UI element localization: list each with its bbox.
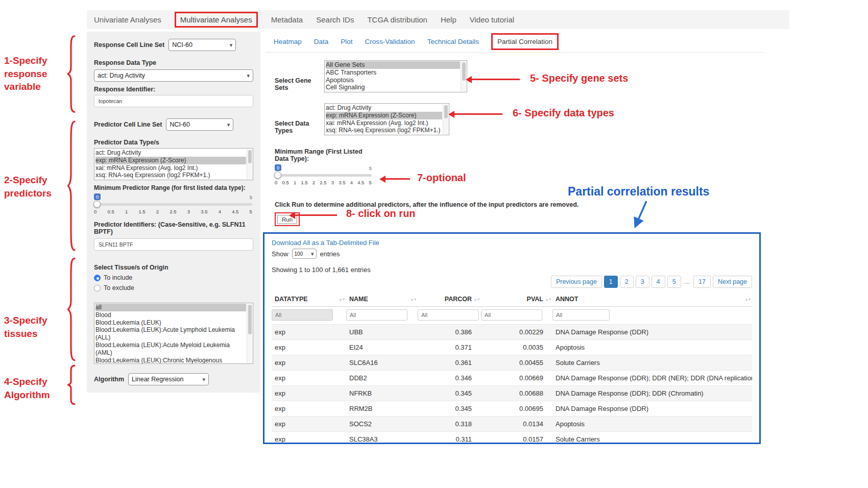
bracket-step3 — [64, 255, 77, 363]
radio-exclude-label: To exclude — [104, 284, 134, 291]
predictor-ids-label: Predictor Identifiers: (Case-Sensitive, … — [94, 221, 247, 235]
bracket-step4 — [64, 364, 77, 405]
sort-icon[interactable] — [410, 297, 417, 302]
sort-icon[interactable] — [744, 297, 751, 302]
response-set-value: NCI-60 — [172, 41, 192, 48]
page-button-3[interactable]: 3 — [636, 276, 649, 288]
list-option[interactable]: act: Drug Activity — [326, 104, 442, 112]
slider-handle[interactable] — [93, 201, 101, 208]
col-header-annot[interactable]: ANNOT — [552, 292, 752, 307]
slider-track[interactable] — [275, 174, 372, 177]
sort-icon[interactable] — [545, 297, 551, 302]
list-option[interactable]: Apoptosis — [326, 77, 460, 84]
predictor-types-label: Predictor Data Type/s — [94, 139, 253, 146]
radio-to-include[interactable]: To include — [94, 274, 253, 281]
run-instruction: Click Run to determine additional predic… — [275, 201, 775, 208]
response-identifier-input[interactable] — [94, 95, 253, 107]
tab-plot[interactable]: Plot — [341, 38, 352, 45]
list-option[interactable]: xai: mRNA Expression (Avg. log2 Int.) — [95, 164, 246, 172]
list-option[interactable]: ABC Transporters — [326, 69, 460, 77]
predictor-data-type-list: act: Drug Activity exp: mRNA Expression … — [94, 148, 253, 180]
list-option[interactable]: xsq: RNA-seq Expression (log2 FPKM+1.) — [326, 127, 442, 134]
sort-icon[interactable] — [473, 297, 480, 302]
cell-name: RRM2B — [346, 401, 418, 417]
list-option-selected[interactable]: exp: mRNA Expression (Z-Score) — [326, 112, 442, 119]
list-option-selected[interactable]: All Gene Sets — [326, 61, 460, 69]
gene-sets-list: All Gene Sets ABC Transporters Apoptosis… — [324, 60, 467, 92]
page-button-17[interactable]: 17 — [693, 276, 711, 288]
data-types-list: act: Drug Activity exp: mRNA Expression … — [324, 103, 449, 135]
radio-to-exclude[interactable]: To exclude — [94, 284, 253, 291]
nav-help[interactable]: Help — [441, 15, 456, 24]
nav-video-tutorial[interactable]: Video tutorial — [470, 15, 514, 24]
nav-univariate-analyses[interactable]: Univariate Analyses — [94, 15, 161, 24]
page-button-5[interactable]: 5 — [667, 276, 681, 288]
list-option[interactable]: act: Drug Activity — [95, 149, 246, 157]
list-option[interactable]: Blood:Leukemia (LEUK):Acute Myeloid Leuk… — [95, 341, 246, 357]
response-data-type-select[interactable]: act: Drug Activity ▾ — [94, 69, 253, 82]
list-option[interactable]: Blood:Leukemia (LEUK) — [95, 319, 246, 327]
nav-tcga-distribution[interactable]: TCGA distribution — [367, 15, 427, 24]
filter-pval[interactable] — [481, 309, 542, 321]
scrollbar[interactable] — [443, 104, 448, 134]
page-button-1[interactable]: 1 — [604, 276, 618, 288]
nav-metadata[interactable]: Metadata — [271, 15, 303, 24]
list-option[interactable]: Blood:Leukemia (LEUK):Chronic Myelogenou… — [95, 357, 246, 364]
response-type-label: Response Data Type — [94, 59, 253, 66]
entries-label: entries — [320, 250, 340, 258]
col-header-pval[interactable]: PVAL — [481, 292, 552, 307]
sort-icon[interactable] — [339, 297, 345, 302]
data-types-label: Select Data Types — [275, 120, 324, 134]
tab-heatmap[interactable]: Heatmap — [274, 38, 302, 45]
tab-technical-details[interactable]: Technical Details — [427, 38, 479, 45]
cell-parcor: 0.386 — [418, 325, 481, 340]
tab-partial-correlation[interactable]: Partial Correlation — [491, 33, 559, 50]
tab-cross-validation[interactable]: Cross-Validation — [365, 38, 415, 45]
download-link[interactable]: Download All as a Tab-Delimited File — [272, 239, 379, 247]
list-option[interactable]: xsq: RNA-seq Expression (log2 FPKM+1.) — [95, 172, 246, 179]
previous-page-button[interactable]: Previous page — [551, 276, 602, 288]
data-types-row: Select Data Types act: Drug Activity exp… — [275, 103, 449, 135]
page-button-2[interactable]: 2 — [620, 276, 634, 288]
cell-pval: 0.00688 — [481, 386, 552, 401]
list-option[interactable]: Blood:Leukemia (LEUK):Acute Lymphoid Leu… — [95, 326, 246, 341]
page-button-4[interactable]: 4 — [652, 276, 665, 288]
nav-search-ids[interactable]: Search IDs — [316, 15, 354, 24]
cell-annot: DNA Damage Response (DDR) — [552, 401, 752, 417]
list-option-selected[interactable]: exp: mRNA Expression (Z-Score) — [95, 157, 246, 164]
page-size-select[interactable]: 100 ▾ — [292, 249, 317, 259]
filter-annot[interactable] — [552, 309, 610, 321]
cell-datatype: exp — [272, 432, 346, 445]
cell-pval: 0.00455 — [481, 355, 552, 371]
show-entries-row: Show 100 ▾ entries — [272, 249, 752, 259]
main-area: Heatmap Data Plot Cross-Validation Techn… — [266, 32, 791, 236]
cell-annot: Apoptosis — [552, 417, 752, 432]
next-page-button[interactable]: Next page — [713, 276, 752, 288]
nav-multivariate-analyses[interactable]: Multivariate Analyses — [175, 12, 258, 28]
algorithm-select[interactable]: Linear Regression ▾ — [128, 373, 209, 385]
list-option[interactable]: xai: mRNA Expression (Avg. log2 Int.) — [326, 119, 442, 127]
tab-data[interactable]: Data — [314, 38, 329, 45]
table-row: exp EI24 0.371 0.0035 Apoptosis — [272, 340, 752, 355]
col-header-datatype[interactable]: DATATYPE — [272, 292, 346, 307]
filter-name[interactable] — [346, 309, 407, 321]
scrollbar[interactable] — [247, 304, 252, 363]
table-row: exp NFRKB 0.345 0.00688 DNA Damage Respo… — [272, 386, 752, 401]
response-cell-line-set-select[interactable]: NCI-60 ▾ — [168, 39, 236, 51]
filter-datatype[interactable] — [272, 309, 333, 321]
list-option[interactable]: Cell Signaling — [326, 84, 460, 91]
predictor-identifiers-input[interactable] — [94, 238, 253, 251]
cell-annot: Solute Carriers — [552, 355, 752, 371]
filter-parcor[interactable] — [418, 309, 479, 321]
col-header-name[interactable]: NAME — [346, 292, 418, 307]
table-row: exp DDB2 0.346 0.00669 DNA Damage Respon… — [272, 371, 752, 386]
list-option-selected[interactable]: all — [95, 304, 246, 311]
predictor-set-value: NCI-60 — [170, 121, 190, 128]
slider-handle[interactable] — [274, 172, 281, 179]
annotation-results-title: Partial correlation results — [568, 185, 709, 199]
slider-track[interactable] — [94, 203, 252, 206]
scrollbar[interactable] — [247, 149, 252, 179]
predictor-cell-line-set-select[interactable]: NCI-60 ▾ — [166, 118, 233, 131]
list-option[interactable]: Blood — [95, 311, 246, 319]
col-header-parcor[interactable]: PARCOR — [418, 292, 481, 307]
